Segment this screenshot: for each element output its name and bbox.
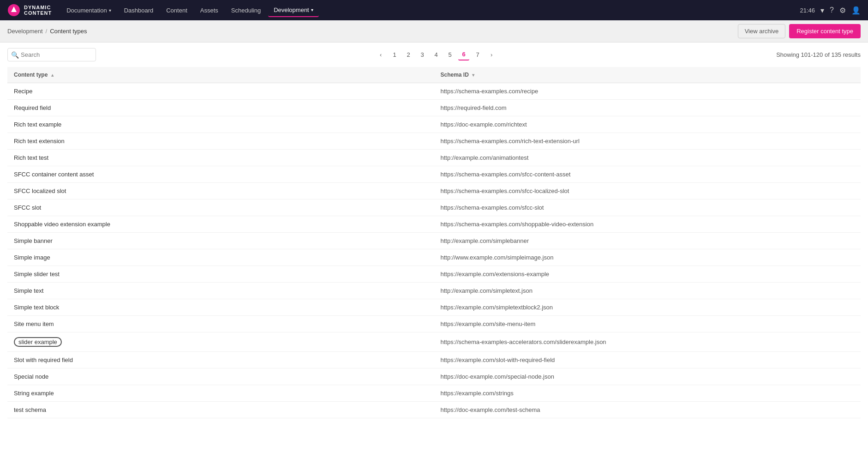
cell-schema-id: https://example.com/slot-with-required-f… xyxy=(434,352,861,368)
table-row[interactable]: Rich text extensionhttps://schema-exampl… xyxy=(7,133,861,150)
app-logo[interactable]: DYNAMIC CONTENT xyxy=(7,4,52,17)
cell-schema-id: https://doc-example.com/richtext xyxy=(434,116,861,133)
table-row[interactable]: Simple imagehttp://www.example.com/simpl… xyxy=(7,249,861,266)
cell-schema-id: https://example.com/strings xyxy=(434,385,861,402)
cell-content-type: Simple text block xyxy=(7,299,434,316)
table-row[interactable]: Slot with required fieldhttps://example.… xyxy=(7,352,861,368)
cell-schema-id: https://example.com/extensions-example xyxy=(434,266,861,283)
cell-content-type: Rich text test xyxy=(7,150,434,166)
page-5-button[interactable]: 5 xyxy=(444,49,455,60)
col-header-schema-id[interactable]: Schema ID ▾ xyxy=(434,67,861,83)
current-time: 21:46 xyxy=(800,7,815,14)
table-row[interactable]: SFCC slothttps://schema-examples.com/sfc… xyxy=(7,199,861,216)
page-4-button[interactable]: 4 xyxy=(431,49,442,60)
table-row[interactable]: Site menu itemhttps://example.com/site-m… xyxy=(7,316,861,332)
nav-dashboard[interactable]: Dashboard xyxy=(119,4,159,17)
table-row[interactable]: Recipehttps://schema-examples.com/recipe xyxy=(7,83,861,100)
chevron-time-icon[interactable]: ▾ xyxy=(820,6,824,15)
content-types-table: Content type ▴ Schema ID ▾ Recipehttps:/… xyxy=(7,67,861,418)
breadcrumb-bar: Development / Content types View archive… xyxy=(0,20,868,42)
cell-schema-id: https://schema-examples.com/sfcc-localiz… xyxy=(434,183,861,199)
prev-page-button[interactable]: ‹ xyxy=(375,49,386,60)
nav-right-section: 21:46 ▾ ? ⚙ 👤 xyxy=(800,6,861,15)
cell-content-type: String example xyxy=(7,385,434,402)
cell-content-type: Rich text extension xyxy=(7,133,434,150)
cell-schema-id: https://schema-examples.com/shoppable-vi… xyxy=(434,216,861,233)
nav-scheduling[interactable]: Scheduling xyxy=(226,4,266,17)
page-2-button[interactable]: 2 xyxy=(403,49,414,60)
nav-documentation[interactable]: Documentation ▾ xyxy=(61,4,116,17)
chevron-down-icon-dev: ▾ xyxy=(311,7,313,12)
search-icon: 🔍 xyxy=(11,51,19,59)
cell-content-type: SFCC slot xyxy=(7,199,434,216)
table-row[interactable]: Simple text blockhttps://example.com/sim… xyxy=(7,299,861,316)
table-row[interactable]: Rich text examplehttps://doc-example.com… xyxy=(7,116,861,133)
main-content: 🔍 ‹ 1 2 3 4 5 6 7 › Showing 101-120 of 1… xyxy=(0,42,868,424)
breadcrumb: Development / Content types xyxy=(7,28,87,35)
sort-icon-type: ▴ xyxy=(51,72,54,78)
page-1-button[interactable]: 1 xyxy=(389,49,400,60)
cell-schema-id: https://doc-example.com/test-schema xyxy=(434,402,861,418)
register-content-type-button[interactable]: Register content type xyxy=(789,24,861,38)
top-navigation: DYNAMIC CONTENT Documentation ▾ Dashboar… xyxy=(0,0,868,20)
breadcrumb-parent-link[interactable]: Development xyxy=(7,28,43,35)
cell-schema-id: https://required-field.com xyxy=(434,100,861,116)
table-row[interactable]: Simple bannerhttp://example.com/simpleba… xyxy=(7,233,861,249)
table-row[interactable]: Simple slider testhttps://example.com/ex… xyxy=(7,266,861,283)
cell-content-type: Simple image xyxy=(7,249,434,266)
help-icon[interactable]: ? xyxy=(830,6,834,14)
next-page-button[interactable]: › xyxy=(486,49,497,60)
settings-icon[interactable]: ⚙ xyxy=(839,6,846,15)
nav-content[interactable]: Content xyxy=(161,4,193,17)
nav-assets[interactable]: Assets xyxy=(195,4,224,17)
table-row[interactable]: slider examplehttps://schema-examples-ac… xyxy=(7,332,861,352)
table-row[interactable]: SFCC localized slothttps://schema-exampl… xyxy=(7,183,861,199)
toolbar-row: 🔍 ‹ 1 2 3 4 5 6 7 › Showing 101-120 of 1… xyxy=(7,48,861,61)
cell-schema-id: https://schema-examples.com/recipe xyxy=(434,83,861,100)
cell-content-type: SFCC container content asset xyxy=(7,166,434,183)
table-row[interactable]: Special nodehttps://doc-example.com/spec… xyxy=(7,368,861,385)
cell-schema-id: http://example.com/simplebanner xyxy=(434,233,861,249)
cell-content-type: slider example xyxy=(7,332,434,352)
user-icon[interactable]: 👤 xyxy=(851,6,861,15)
cell-content-type: Recipe xyxy=(7,83,434,100)
cell-content-type: Simple banner xyxy=(7,233,434,249)
table-row[interactable]: Shoppable video extension examplehttps:/… xyxy=(7,216,861,233)
cell-schema-id: https://schema-examples.com/rich-text-ex… xyxy=(434,133,861,150)
table-header: Content type ▴ Schema ID ▾ xyxy=(7,67,861,83)
breadcrumb-separator: / xyxy=(46,28,48,35)
table-row[interactable]: test schemahttps://doc-example.com/test-… xyxy=(7,402,861,418)
cell-content-type: Site menu item xyxy=(7,316,434,332)
cell-content-type: Shoppable video extension example xyxy=(7,216,434,233)
table-row[interactable]: SFCC container content assethttps://sche… xyxy=(7,166,861,183)
results-count: Showing 101-120 of 135 results xyxy=(776,51,861,58)
cell-schema-id: http://example.com/simpletext.json xyxy=(434,283,861,299)
table-row[interactable]: Rich text testhttp://example.com/animati… xyxy=(7,150,861,166)
table-body: Recipehttps://schema-examples.com/recipe… xyxy=(7,83,861,418)
table-row[interactable]: Required fieldhttps://required-field.com xyxy=(7,100,861,116)
cell-content-type: Required field xyxy=(7,100,434,116)
table-row[interactable]: String examplehttps://example.com/string… xyxy=(7,385,861,402)
cell-schema-id: http://www.example.com/simpleimage.json xyxy=(434,249,861,266)
table-row[interactable]: Simple texthttp://example.com/simpletext… xyxy=(7,283,861,299)
breadcrumb-actions: View archive Register content type xyxy=(738,24,861,38)
page-3-button[interactable]: 3 xyxy=(417,49,428,60)
search-wrapper: 🔍 xyxy=(7,48,96,61)
chevron-down-icon: ▾ xyxy=(109,8,111,13)
page-6-button[interactable]: 6 xyxy=(458,49,469,60)
page-7-button[interactable]: 7 xyxy=(472,49,483,60)
cell-schema-id: https://example.com/site-menu-item xyxy=(434,316,861,332)
cell-schema-id: https://schema-examples-accelerators.com… xyxy=(434,332,861,352)
cell-schema-id: https://example.com/simpletextblock2.jso… xyxy=(434,299,861,316)
logo-icon xyxy=(7,4,20,17)
pagination: ‹ 1 2 3 4 5 6 7 › xyxy=(375,49,497,60)
cell-content-type: Rich text example xyxy=(7,116,434,133)
view-archive-button[interactable]: View archive xyxy=(738,24,785,38)
col-header-content-type[interactable]: Content type ▴ xyxy=(7,67,434,83)
nav-development[interactable]: Development ▾ xyxy=(268,4,319,17)
cell-content-type: SFCC localized slot xyxy=(7,183,434,199)
logo-text: DYNAMIC CONTENT xyxy=(24,5,52,16)
cell-schema-id: https://schema-examples.com/sfcc-content… xyxy=(434,166,861,183)
sort-icon-schema: ▾ xyxy=(472,72,474,78)
search-input[interactable] xyxy=(7,48,96,61)
